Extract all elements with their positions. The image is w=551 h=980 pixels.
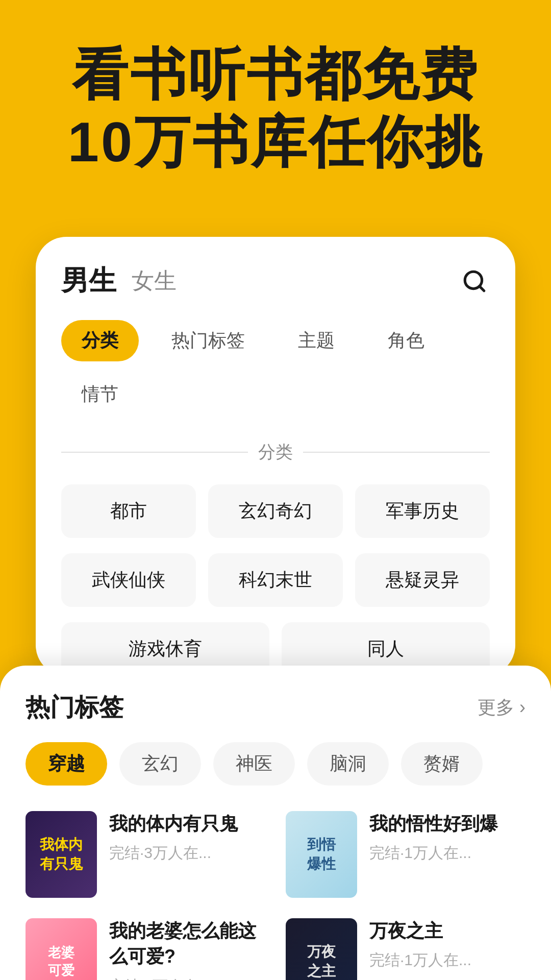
book-grid: 我体内有只鬼 我的体内有只鬼 完结·3万人在... 到悟爆性 我的悟性好到爆 完… xyxy=(26,811,525,980)
category-martial[interactable]: 武侠仙侠 xyxy=(61,553,196,607)
nav-female-tab[interactable]: 女生 xyxy=(132,266,459,296)
category-mystery[interactable]: 悬疑灵异 xyxy=(355,553,490,607)
book-info-4: 万夜之主 完结·1万人在... xyxy=(369,918,525,971)
book-info-1: 我的体内有只鬼 完结·3万人在... xyxy=(109,811,265,864)
book-cover-4: 万夜之主 xyxy=(286,918,357,980)
book-meta-4: 完结·1万人在... xyxy=(369,950,525,971)
hot-tags-title: 热门标签 xyxy=(26,691,478,724)
tag-chuanyue[interactable]: 穿越 xyxy=(26,742,107,786)
phone-card-wrapper: 男生 女生 分类 热门标签 主题 角色 情节 分类 都市 玄 xyxy=(0,237,551,676)
book-info-3: 我的老婆怎么能这么可爱? 完结·1万人在... xyxy=(109,918,265,980)
search-icon[interactable] xyxy=(459,266,490,297)
book-meta-2: 完结·1万人在... xyxy=(369,843,525,864)
hero-title-line1: 看书听书都免费 xyxy=(31,41,520,108)
category-scifi[interactable]: 科幻末世 xyxy=(208,553,343,607)
tag-xuanhuan[interactable]: 玄幻 xyxy=(119,742,201,786)
nav-male-tab[interactable]: 男生 xyxy=(61,262,116,300)
hero-section: 看书听书都免费 10万书库任你挑 xyxy=(0,0,551,237)
tag-zuixi[interactable]: 赘婿 xyxy=(401,742,483,786)
more-link[interactable]: 更多 › xyxy=(478,695,525,720)
tag-naodong[interactable]: 脑洞 xyxy=(307,742,389,786)
book-title-3: 我的老婆怎么能这么可爱? xyxy=(109,918,265,970)
book-cover-2: 到悟爆性 xyxy=(286,811,357,898)
svg-line-1 xyxy=(480,286,484,290)
section-title: 分类 xyxy=(258,440,293,464)
section-divider: 分类 xyxy=(61,440,490,464)
book-item-1[interactable]: 我体内有只鬼 我的体内有只鬼 完结·3万人在... xyxy=(26,811,265,898)
book-item-4[interactable]: 万夜之主 万夜之主 完结·1万人在... xyxy=(286,918,525,980)
filter-tab-category[interactable]: 分类 xyxy=(61,320,139,361)
filter-tab-plot[interactable]: 情节 xyxy=(61,374,139,415)
book-meta-1: 完结·3万人在... xyxy=(109,843,265,864)
divider-line-left xyxy=(61,452,248,453)
filter-tab-hot-tags[interactable]: 热门标签 xyxy=(151,320,265,361)
book-info-2: 我的悟性好到爆 完结·1万人在... xyxy=(369,811,525,864)
hero-title-line2: 10万书库任你挑 xyxy=(31,108,520,176)
category-military[interactable]: 军事历史 xyxy=(355,484,490,538)
category-grid-row1: 都市 玄幻奇幻 军事历史 xyxy=(61,484,490,538)
filter-tab-theme[interactable]: 主题 xyxy=(278,320,355,361)
book-title-2: 我的悟性好到爆 xyxy=(369,811,525,837)
book-cover-3: 老婆可爱 xyxy=(26,918,97,980)
tag-shenyi[interactable]: 神医 xyxy=(213,742,295,786)
divider-line-right xyxy=(303,452,490,453)
book-meta-3: 完结·1万人在... xyxy=(109,976,265,980)
tag-chips: 穿越 玄幻 神医 脑洞 赘婿 xyxy=(26,742,525,786)
book-title-1: 我的体内有只鬼 xyxy=(109,811,265,837)
filter-tab-role[interactable]: 角色 xyxy=(367,320,445,361)
hot-tags-header: 热门标签 更多 › xyxy=(26,691,525,724)
category-fantasy[interactable]: 玄幻奇幻 xyxy=(208,484,343,538)
phone-card: 男生 女生 分类 热门标签 主题 角色 情节 分类 都市 玄 xyxy=(36,237,515,676)
bottom-card: 热门标签 更多 › 穿越 玄幻 神医 脑洞 赘婿 我体内有只鬼 我的体内有只鬼 … xyxy=(0,666,551,980)
category-urban[interactable]: 都市 xyxy=(61,484,196,538)
filter-tabs: 分类 热门标签 主题 角色 情节 xyxy=(61,320,490,415)
book-item-3[interactable]: 老婆可爱 我的老婆怎么能这么可爱? 完结·1万人在... xyxy=(26,918,265,980)
book-title-4: 万夜之主 xyxy=(369,918,525,944)
book-item-2[interactable]: 到悟爆性 我的悟性好到爆 完结·1万人在... xyxy=(286,811,525,898)
category-grid-row2: 武侠仙侠 科幻末世 悬疑灵异 xyxy=(61,553,490,607)
book-cover-1: 我体内有只鬼 xyxy=(26,811,97,898)
top-nav: 男生 女生 xyxy=(61,262,490,300)
